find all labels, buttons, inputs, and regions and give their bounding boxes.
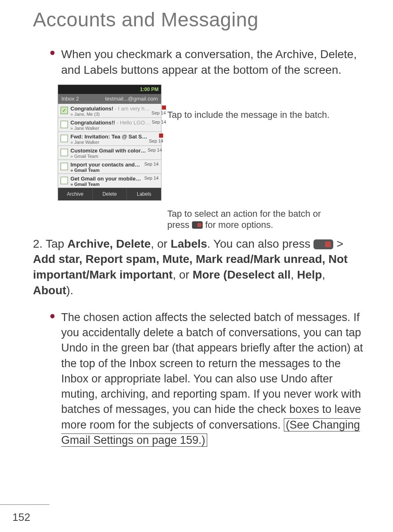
sub-bullet: ● The chosen action affects the selected…	[49, 310, 368, 448]
labels-button[interactable]: Labels	[127, 188, 161, 200]
status-time: 1:00 PM	[140, 87, 159, 92]
step2-gt: >	[333, 237, 343, 250]
sub-bullet-body: The chosen action affects the selected b…	[61, 311, 363, 431]
phone-screenshot: 1:00 PM Inbox 2 testmail...@gmail.com ✓C…	[58, 84, 161, 201]
top-bullet-text: When you checkmark a conversation, the A…	[61, 47, 369, 78]
mail-date: Sep 14	[152, 110, 166, 115]
mail-content: Congratulations!! - Hello LGO…» Jane Wal…	[70, 120, 150, 131]
step2-b4: More (Deselect all	[192, 268, 290, 281]
callout-top-text: Tap to include the message in the batch.	[167, 110, 330, 120]
mail-date: Sep 14	[152, 120, 166, 124]
mail-row[interactable]: Congratulations!! - Hello LGO…» Jane Wal…	[58, 118, 161, 132]
top-bullet: ● When you checkmark a conversation, the…	[49, 47, 368, 78]
mail-subject: Get Gmail on your mobile…	[70, 176, 143, 182]
mail-date: Sep 14	[147, 148, 162, 152]
step2-mid5: ,	[322, 268, 325, 281]
mail-preview: - I am very h…	[113, 105, 150, 112]
step2-b2: Labels	[171, 237, 207, 250]
flag-icon	[162, 105, 166, 110]
mail-from: » Jane, Me (3)	[70, 112, 150, 117]
mail-subject: Import your contacts and…	[70, 162, 143, 168]
delete-button[interactable]: Delete	[93, 188, 127, 200]
mail-right: Sep 14	[144, 176, 159, 180]
mail-checkbox[interactable]	[61, 177, 68, 184]
mail-from: » Jane Walker	[70, 126, 150, 131]
mail-right: Sep 14	[152, 105, 166, 115]
step2-b1: Archive, Delete	[68, 237, 151, 250]
menu-key-icon	[192, 221, 203, 229]
mail-row[interactable]: Customize Gmail with color…» Gmail TeamS…	[58, 146, 161, 160]
mail-row[interactable]: ✓Congratulations! - I am very h…» Jane, …	[58, 104, 161, 118]
step2-mid3: , or	[173, 268, 192, 281]
mail-date: Sep 14	[149, 138, 164, 143]
mail-right: Sep 14	[152, 120, 166, 124]
mail-checkbox[interactable]	[61, 135, 68, 142]
step2-mid1: , or	[151, 237, 171, 250]
callout-bottom: Tap to select an action for the batch or…	[167, 208, 321, 230]
page-title: Accounts and Messaging	[33, 8, 368, 31]
mail-right: Sep 14	[144, 162, 159, 166]
callout-bottom-b-post: for more options.	[205, 220, 273, 230]
menu-key-icon	[313, 239, 333, 249]
mail-date: Sep 14	[144, 162, 159, 166]
step2-b5: Help	[297, 268, 322, 281]
sub-bullet-text: The chosen action affects the selected b…	[61, 310, 369, 448]
mail-checkbox[interactable]	[61, 121, 68, 128]
phone-header: Inbox 2 testmail...@gmail.com	[58, 94, 161, 104]
mail-subject: Congratulations!! - Hello LGO…	[70, 120, 150, 126]
step2-b6: About	[33, 284, 66, 297]
mail-subject: Congratulations! - I am very h…	[70, 105, 150, 112]
mail-right: Sep 14	[147, 148, 162, 152]
phone-header-right: testmail...@gmail.com	[105, 96, 158, 102]
step-2: 2. Tap Archive, Delete, or Labels. You c…	[33, 236, 368, 298]
mail-checkbox[interactable]	[61, 149, 68, 156]
phone-header-left: Inbox 2	[61, 96, 79, 102]
flag-icon	[159, 134, 163, 138]
mail-from: » Gmail Team	[70, 168, 143, 173]
mail-subject: Fwd: Invitation: Tea @ Sat S…	[70, 134, 147, 140]
mail-content: Customize Gmail with color…» Gmail Team	[70, 148, 146, 159]
mail-subject: Customize Gmail with color…	[70, 148, 146, 154]
mail-from: » Gmail Team	[70, 182, 143, 187]
bullet-icon: ●	[49, 47, 56, 57]
mail-content: Congratulations! - I am very h…» Jane, M…	[70, 105, 150, 117]
page-number: 152	[12, 511, 30, 524]
mail-from: » Jane Walker	[70, 140, 147, 145]
phone-action-bar: Archive Delete Labels	[58, 188, 161, 200]
callout-bottom-a: Tap to select an action for the batch or	[167, 209, 321, 219]
mail-content: Import your contacts and…» Gmail Team	[70, 162, 143, 173]
callout-top: Tap to include the message in the batch.	[167, 109, 330, 120]
mail-checkbox[interactable]: ✓	[61, 107, 68, 114]
mail-date: Sep 14	[144, 176, 159, 180]
callout-bottom-b-pre: press	[167, 220, 189, 230]
mail-right: Sep 14	[149, 134, 164, 143]
step2-mid2: . You can also press	[207, 237, 313, 250]
mail-row[interactable]: Import your contacts and…» Gmail TeamSep…	[58, 160, 161, 174]
bullet-icon: ●	[49, 311, 56, 321]
mail-from: » Gmail Team	[70, 154, 146, 159]
step2-prefix: 2. Tap	[33, 237, 68, 250]
mail-row[interactable]: Fwd: Invitation: Tea @ Sat S…» Jane Walk…	[58, 132, 161, 146]
mail-row[interactable]: Get Gmail on your mobile…» Gmail TeamSep…	[58, 174, 161, 188]
mail-preview: - Hello LGO…	[115, 120, 150, 126]
archive-button[interactable]: Archive	[58, 188, 93, 200]
phone-statusbar: 1:00 PM	[58, 85, 161, 94]
mail-list: ✓Congratulations! - I am very h…» Jane, …	[58, 104, 161, 188]
step2-end: ).	[66, 284, 73, 297]
step2-mid4: ,	[290, 268, 297, 281]
mail-content: Get Gmail on your mobile…» Gmail Team	[70, 176, 143, 187]
mail-checkbox[interactable]	[61, 163, 68, 170]
mail-content: Fwd: Invitation: Tea @ Sat S…» Jane Walk…	[70, 134, 147, 145]
